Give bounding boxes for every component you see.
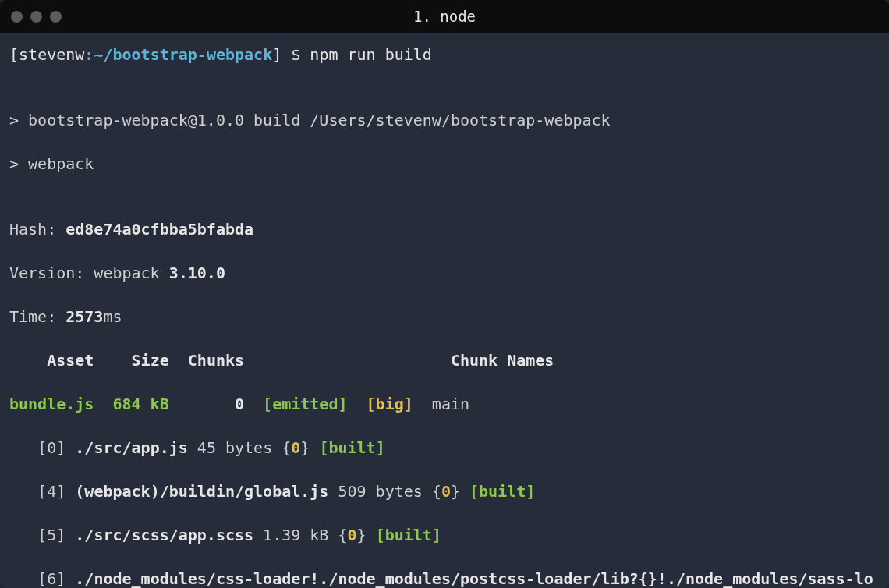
time-line: Time: 2573ms: [9, 306, 880, 328]
brace: }: [451, 482, 460, 501]
prompt-user: stevenw: [19, 45, 84, 64]
terminal-output[interactable]: [stevenw:~/bootstrap-webpack] $ npm run …: [0, 33, 889, 588]
asset-size: 684 kB: [94, 395, 168, 413]
module-id: [0]: [9, 438, 75, 457]
brace: {: [282, 438, 291, 457]
module-chunk: 0: [441, 482, 451, 501]
time-unit: ms: [103, 307, 122, 326]
command-text: npm run build: [310, 45, 432, 64]
version-label: Version: webpack: [9, 264, 169, 282]
header-gap: [244, 351, 432, 370]
titlebar: 1. node: [0, 0, 889, 33]
brace: }: [357, 526, 367, 544]
chunk-name: main: [413, 395, 469, 413]
brace: {: [338, 526, 347, 544]
built-tag: [built]: [460, 482, 535, 501]
hash-label: Hash:: [9, 220, 66, 239]
module-row: [0] ./src/app.js 45 bytes {0} [built]: [9, 437, 880, 459]
npm-script-line: > webpack: [9, 153, 880, 175]
bracket: ]: [272, 45, 282, 64]
module-chunk: 0: [291, 438, 300, 457]
traffic-lights: [11, 11, 62, 23]
module-id: [4]: [9, 482, 75, 501]
time-value: 2573: [66, 307, 103, 326]
hash-value: ed8e74a0cfbba5bfabda: [66, 220, 253, 239]
header-chunks: Chunks: [169, 351, 244, 370]
emitted-tag: [emitted]: [244, 395, 347, 413]
asset-chunk: 0: [169, 395, 244, 413]
asset-name: bundle.js: [9, 395, 94, 413]
window-title: 1. node: [413, 8, 476, 25]
module-path: (webpack)/buildin/global.js: [75, 482, 328, 501]
module-row: [6] ./node_modules/css-loader!./node_mod…: [9, 568, 880, 588]
header-asset: Asset: [9, 351, 94, 370]
prompt-colon: :: [84, 45, 94, 64]
module-id: [6]: [9, 569, 75, 588]
brace: {: [432, 482, 441, 501]
header-chunk-names: Chunk Names: [432, 351, 554, 370]
module-row: [4] (webpack)/buildin/global.js 509 byte…: [9, 480, 880, 502]
module-path: ./src/app.js: [75, 438, 188, 457]
module-path: ./node_modules/css-loader!./node_modules…: [9, 569, 873, 588]
time-label: Time:: [9, 307, 66, 326]
module-row: [5] ./src/scss/app.scss 1.39 kB {0} [bui…: [9, 524, 880, 546]
module-size: 509 bytes: [328, 482, 431, 501]
prompt-path: ~/bootstrap-webpack: [94, 45, 272, 64]
asset-row: bundle.js 684 kB 0 [emitted] [big] main: [9, 393, 880, 415]
module-size: 45 bytes: [188, 438, 282, 457]
module-id: [5]: [9, 526, 75, 544]
maximize-button[interactable]: [50, 11, 62, 23]
version-line: Version: webpack 3.10.0: [9, 262, 880, 284]
npm-script-line: > bootstrap-webpack@1.0.0 build /Users/s…: [9, 109, 880, 131]
module-size: 1.39 kB: [253, 526, 338, 544]
prompt-symbol: $: [282, 45, 310, 64]
hash-line: Hash: ed8e74a0cfbba5bfabda: [9, 218, 880, 240]
module-chunk: 0: [348, 526, 357, 544]
built-tag: [built]: [367, 526, 441, 544]
module-path: ./src/scss/app.scss: [75, 526, 253, 544]
brace: }: [300, 438, 310, 457]
minimize-button[interactable]: [30, 11, 42, 23]
prompt-line: [stevenw:~/bootstrap-webpack] $ npm run …: [9, 44, 880, 66]
header-size: Size: [94, 351, 168, 370]
built-tag: [built]: [310, 438, 384, 457]
close-button[interactable]: [11, 11, 23, 23]
terminal-window: 1. node [stevenw:~/bootstrap-webpack] $ …: [0, 0, 889, 588]
table-header: Asset Size Chunks Chunk Names: [9, 349, 880, 371]
version-value: 3.10.0: [169, 264, 225, 282]
big-tag: [big]: [347, 395, 413, 413]
bracket: [: [9, 45, 19, 64]
